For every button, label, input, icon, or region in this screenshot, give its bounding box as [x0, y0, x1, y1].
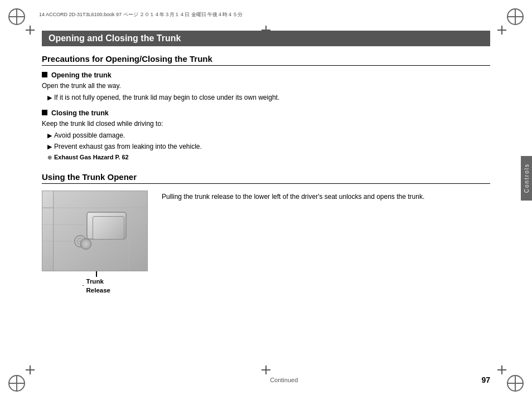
trunk-release-label: Trunk Release	[86, 277, 110, 295]
closing-bullet2: ▶ Prevent exhaust gas from leaking into …	[47, 142, 490, 152]
arrow-icon-3: ▶	[47, 142, 52, 152]
header-file-info: 14 ACCORD 2D-31T3L6100.book 97 ページ ２０１４年…	[39, 11, 493, 18]
trunk-image	[42, 191, 148, 271]
footer-page-number: 97	[481, 375, 490, 384]
opening-trunk-note: ▶ If it is not fully opened, the trunk l…	[47, 92, 490, 103]
corner-decoration-tl	[7, 7, 27, 27]
opening-trunk-body: Open the trunk all the way.	[42, 81, 490, 91]
arrow-icon-2: ▶	[47, 131, 52, 140]
crosshair-top-left	[25, 25, 36, 36]
crosshair-bottom-right	[496, 364, 507, 375]
trunk-image-container: Trunk Release	[42, 191, 151, 295]
closing-bullet1: ▶ Avoid possible damage.	[47, 130, 490, 140]
svg-rect-6	[97, 220, 116, 228]
crosshair-top-right	[496, 25, 507, 36]
corner-decoration-tr	[505, 7, 525, 27]
trunk-opener-title: Using the Trunk Opener	[42, 172, 490, 184]
sidebar-tab-label: Controls	[524, 163, 530, 193]
opening-trunk-header: Opening the trunk	[42, 71, 490, 79]
bullet-icon	[42, 72, 47, 77]
page-footer: Continued 97	[42, 375, 490, 384]
label-line-vertical	[96, 271, 97, 277]
svg-point-10	[79, 240, 81, 242]
svg-rect-4	[87, 212, 126, 239]
section-title-bar: Opening and Closing the Trunk	[42, 31, 490, 46]
trunk-description: Pulling the trunk release to the lower l…	[162, 191, 490, 202]
svg-rect-3	[54, 191, 148, 271]
closing-trunk-header: Closing the trunk	[42, 109, 490, 117]
corner-decoration-bl	[7, 373, 27, 393]
exhaust-note: ⊕ Exhaust Gas Hazard P. 62	[47, 153, 490, 162]
bullet-icon-2	[42, 110, 47, 115]
arrow-icon: ▶	[47, 93, 52, 103]
corner-decoration-br	[505, 373, 525, 393]
precautions-title: Precautions for Opening/Closing the Trun…	[42, 54, 490, 66]
closing-trunk-body: Keep the trunk lid closed while driving …	[42, 119, 490, 129]
trunk-opener-content: Trunk Release Pulling the tr	[42, 191, 490, 295]
note-icon: ⊕	[47, 153, 52, 162]
sidebar-tab-controls: Controls	[521, 156, 532, 201]
crosshair-bottom-left	[25, 364, 36, 375]
svg-rect-5	[95, 218, 118, 230]
trunk-illustration	[42, 191, 148, 271]
main-content: Opening and Closing the Trunk Precaution…	[42, 31, 490, 369]
section-title: Opening and Closing the Trunk	[49, 33, 181, 43]
footer-continued: Continued	[86, 377, 481, 383]
